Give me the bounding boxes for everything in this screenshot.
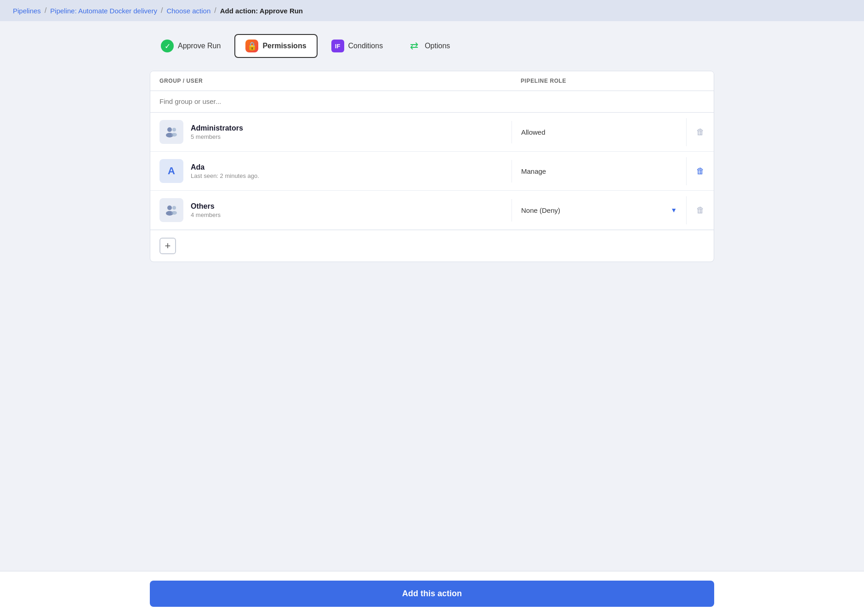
tab-permissions-label: Permissions xyxy=(262,42,306,50)
tab-approve-run[interactable]: ✓ Approve Run xyxy=(150,34,232,58)
user-sub-administrators: 5 members xyxy=(191,133,243,140)
search-row xyxy=(150,91,714,113)
tab-conditions-label: Conditions xyxy=(348,42,383,50)
role-cell-others[interactable]: None (Deny) ▼ xyxy=(512,199,686,222)
user-sub-others: 4 members xyxy=(191,211,221,218)
avatar-ada: A xyxy=(159,159,183,183)
tab-options-label: Options xyxy=(425,42,450,50)
breadcrumb-pipeline[interactable]: Pipeline: Automate Docker delivery xyxy=(50,7,157,15)
user-cell-administrators: Administrators 5 members xyxy=(150,113,512,151)
action-cell-administrators: 🗑 xyxy=(686,118,714,146)
breadcrumb: Pipelines / Pipeline: Automate Docker de… xyxy=(0,0,864,21)
svg-point-6 xyxy=(172,206,176,210)
svg-point-3 xyxy=(171,133,177,137)
user-sub-ada: Last seen: 2 minutes ago. xyxy=(191,172,259,179)
col-header-pipeline-role: PIPELINE ROLE xyxy=(512,71,686,91)
tab-conditions[interactable]: IF Conditions xyxy=(320,34,394,58)
add-entry-button[interactable]: + xyxy=(159,238,176,254)
page-content: ✓ Approve Run 🔒 Permissions IF Condition… xyxy=(133,21,731,308)
add-row: + xyxy=(150,230,714,262)
user-info-others: Others 4 members xyxy=(191,202,221,218)
col-header-group-user: GROUP / USER xyxy=(150,71,512,91)
svg-point-0 xyxy=(167,127,172,132)
delete-button-administrators[interactable]: 🗑 xyxy=(693,125,708,139)
svg-point-2 xyxy=(172,128,176,131)
user-cell-ada: A Ada Last seen: 2 minutes ago. xyxy=(150,152,512,190)
permissions-icon: 🔒 xyxy=(245,40,258,52)
user-cell-others: Others 4 members xyxy=(150,191,512,229)
role-label-ada: Manage xyxy=(521,167,546,175)
role-label-administrators: Allowed xyxy=(521,128,546,136)
svg-point-7 xyxy=(171,211,177,215)
role-cell-administrators: Allowed xyxy=(512,121,686,143)
action-cell-ada: 🗑 xyxy=(686,157,714,185)
action-cell-others: 🗑 xyxy=(686,196,714,224)
breadcrumb-choose-action[interactable]: Choose action xyxy=(166,7,210,15)
search-input[interactable] xyxy=(159,97,705,105)
tab-bar: ✓ Approve Run 🔒 Permissions IF Condition… xyxy=(150,34,714,58)
delete-button-others[interactable]: 🗑 xyxy=(693,204,708,217)
delete-button-ada[interactable]: 🗑 xyxy=(693,165,708,178)
chevron-down-icon: ▼ xyxy=(671,206,677,214)
user-info-ada: Ada Last seen: 2 minutes ago. xyxy=(191,163,259,179)
tab-approve-run-label: Approve Run xyxy=(178,42,221,50)
conditions-icon: IF xyxy=(331,40,344,52)
svg-point-4 xyxy=(167,205,172,210)
table-row: A Ada Last seen: 2 minutes ago. Manage 🗑 xyxy=(150,152,714,191)
user-info-administrators: Administrators 5 members xyxy=(191,124,243,140)
avatar-administrators xyxy=(159,120,183,144)
permissions-table: GROUP / USER PIPELINE ROLE Adm xyxy=(150,71,714,262)
table-header: GROUP / USER PIPELINE ROLE xyxy=(150,71,714,91)
table-row: Others 4 members None (Deny) ▼ 🗑 xyxy=(150,191,714,230)
breadcrumb-sep-3: / xyxy=(214,6,216,15)
breadcrumb-pipelines[interactable]: Pipelines xyxy=(13,7,41,15)
table-row: Administrators 5 members Allowed 🗑 xyxy=(150,113,714,152)
user-name-administrators: Administrators xyxy=(191,124,243,132)
breadcrumb-sep-2: / xyxy=(161,6,163,15)
avatar-others xyxy=(159,198,183,222)
role-cell-ada: Manage xyxy=(512,160,686,183)
role-label-others: None (Deny) xyxy=(521,206,560,214)
breadcrumb-sep-1: / xyxy=(45,6,46,15)
approve-run-icon: ✓ xyxy=(161,40,174,52)
col-header-actions xyxy=(686,71,714,91)
breadcrumb-current: Add action: Approve Run xyxy=(220,7,303,15)
add-action-button[interactable]: Add this action xyxy=(150,581,714,607)
tab-options[interactable]: ⇄ Options xyxy=(397,34,461,58)
action-bar: Add this action xyxy=(0,571,864,616)
user-name-others: Others xyxy=(191,202,221,211)
tab-permissions[interactable]: 🔒 Permissions xyxy=(234,34,317,58)
user-name-ada: Ada xyxy=(191,163,259,171)
options-icon: ⇄ xyxy=(408,40,421,52)
